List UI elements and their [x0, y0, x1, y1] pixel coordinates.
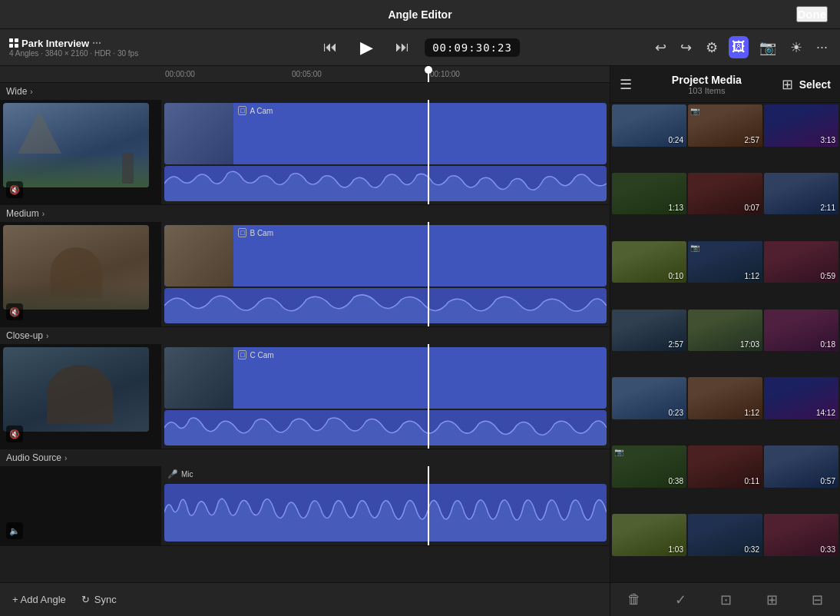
media-item[interactable]: 0:07 [688, 173, 762, 215]
media-thumb: 0:11 [688, 445, 762, 488]
mute-button-audio[interactable]: 🔈 [6, 522, 23, 539]
sync-button[interactable]: ↻ Sync [81, 594, 117, 605]
split-icon-button[interactable]: ⊡ [720, 591, 732, 608]
waveform-wide [164, 166, 607, 201]
audio-strip-medium[interactable] [164, 288, 607, 323]
video-strip-wide[interactable]: □ A Cam [164, 103, 607, 164]
sync-icon: ↻ [81, 594, 90, 605]
cam-name-wide: A Cam [250, 107, 273, 115]
track-row-wide: Wide › 🔇 [0, 83, 610, 205]
track-label-wide[interactable]: Wide › [0, 83, 610, 100]
grid-layout-icon-button[interactable]: ⊟ [812, 591, 823, 608]
media-item[interactable]: 1:12 [688, 377, 762, 419]
audio-strip-closeup[interactable] [164, 410, 607, 445]
grid-icon-small [9, 38, 18, 48]
video-strip-closeup[interactable]: □ C Cam [164, 347, 607, 409]
media-duration: 0:38 [669, 477, 683, 485]
chevron-icon-wide: › [30, 88, 32, 96]
audio-strip-wide[interactable] [164, 166, 607, 201]
media-item[interactable]: 0:33 [764, 514, 838, 556]
media-item[interactable]: 0:24 [612, 104, 686, 147]
media-icon-button[interactable]: 🖼 [729, 36, 749, 58]
media-duration: 0:07 [745, 204, 759, 212]
media-item[interactable]: 0:57 [764, 445, 838, 488]
add-angle-button[interactable]: + Add Angle [12, 594, 66, 605]
media-grid-icon-button[interactable]: ⊞ [782, 76, 793, 93]
video-strip-medium[interactable]: □ B Cam [164, 225, 607, 286]
cam-label-closeup: □ C Cam [238, 350, 274, 359]
video-thumb-wide [164, 103, 233, 164]
trash-icon-button[interactable]: 🗑 [627, 591, 641, 608]
track-timeline-medium: □ B Cam [161, 222, 610, 326]
track-name-closeup: Close-up [6, 330, 43, 341]
media-duration: 2:11 [821, 204, 835, 212]
skip-forward-button[interactable]: ⏭ [392, 36, 412, 58]
media-item[interactable]: 1:13 [612, 173, 686, 215]
media-count: 103 Items [638, 86, 776, 95]
media-thumb: 📷 1:12 [688, 241, 762, 283]
done-button[interactable]: Done [796, 6, 828, 22]
media-item[interactable]: 0:32 [688, 514, 762, 556]
medium-thumb [3, 225, 149, 310]
media-duration: 1:12 [745, 272, 759, 280]
mute-button-wide[interactable]: 🔇 [6, 181, 23, 198]
cam-badge-closeup: □ [238, 350, 246, 359]
media-thumb: 0:32 [688, 514, 762, 556]
track-content-medium: 🔇 □ B Cam [0, 222, 610, 326]
ruler-mark-1: 00:05:00 [292, 70, 322, 78]
media-item[interactable]: 0:11 [688, 445, 762, 488]
track-timeline-audio: 🎤 Mic [161, 466, 610, 545]
track-label-closeup[interactable]: Close-up › [0, 327, 610, 344]
media-item[interactable]: 0:10 [612, 241, 686, 283]
export-icon-button[interactable]: ⊞ [766, 591, 778, 608]
track-preview-closeup: 🔇 [0, 344, 161, 449]
media-item[interactable]: 0:23 [612, 377, 686, 419]
refresh-icon-button[interactable]: ↩ [652, 36, 670, 59]
media-thumb: 0:18 [764, 310, 838, 352]
media-item[interactable]: 2:57 [612, 310, 686, 352]
skip-back-button[interactable]: ⏮ [320, 36, 340, 58]
media-list-icon-button[interactable]: ☰ [620, 76, 632, 93]
track-label-medium[interactable]: Medium › [0, 205, 610, 222]
track-name-medium: Medium [6, 208, 39, 219]
more-icon-button[interactable]: ··· [813, 36, 831, 58]
media-item[interactable]: 0:18 [764, 310, 838, 352]
select-button[interactable]: Select [799, 78, 831, 91]
closeup-thumb [3, 347, 149, 432]
media-item[interactable]: 2:11 [764, 173, 838, 215]
main-area: 00:00:00 00:05:00 00:10:00 Wide › [0, 66, 840, 616]
media-duration: 17:03 [740, 340, 759, 349]
audio-label-row: 🎤 Mic [161, 466, 610, 482]
cam-label-wide: □ A Cam [238, 106, 273, 115]
media-item[interactable]: 14:12 [764, 377, 838, 419]
chevron-icon-closeup: › [46, 332, 48, 340]
mute-button-closeup[interactable]: 🔇 [6, 426, 23, 442]
more-icon[interactable]: ··· [92, 37, 101, 49]
cam-video-icon: 📷 [690, 107, 699, 115]
sliders-icon-button[interactable]: ⚙ [703, 36, 721, 59]
media-thumb: 📷 0:38 [612, 445, 686, 488]
track-label-audio[interactable]: Audio Source › [0, 449, 610, 466]
ruler-mark-2: 00:10:00 [430, 70, 460, 78]
media-duration: 1:03 [669, 545, 683, 554]
media-item[interactable]: 📷 0:38 [612, 445, 686, 488]
media-duration: 0:32 [745, 545, 759, 554]
media-item[interactable]: 1:03 [612, 514, 686, 556]
media-item[interactable]: 📷 2:57 [688, 104, 762, 147]
track-row-medium: Medium › 🔇 [0, 205, 610, 327]
brightness-icon-button[interactable]: ☀ [787, 36, 805, 59]
media-item[interactable]: 📷 1:12 [688, 241, 762, 283]
redo-icon-button[interactable]: ↪ [677, 36, 695, 59]
camera-icon-button[interactable]: 📷 [756, 36, 779, 59]
audio-strip-audio[interactable] [164, 484, 607, 541]
play-button[interactable]: ▶ [352, 34, 380, 61]
mute-button-medium[interactable]: 🔇 [6, 303, 23, 320]
media-item[interactable]: 3:13 [764, 104, 838, 147]
transport-controls: ⏮ ▶ ⏭ 00:09:30:23 [320, 34, 520, 61]
track-content-audio: 🔈 🎤 Mic [0, 466, 610, 545]
mic-icon: 🎤 [167, 469, 178, 479]
check-icon-button[interactable]: ✓ [675, 591, 686, 608]
media-item[interactable]: 17:03 [688, 310, 762, 352]
media-item[interactable]: 0:59 [764, 241, 838, 283]
media-header: ☰ Project Media 103 Items ⊞ Select [610, 66, 840, 103]
